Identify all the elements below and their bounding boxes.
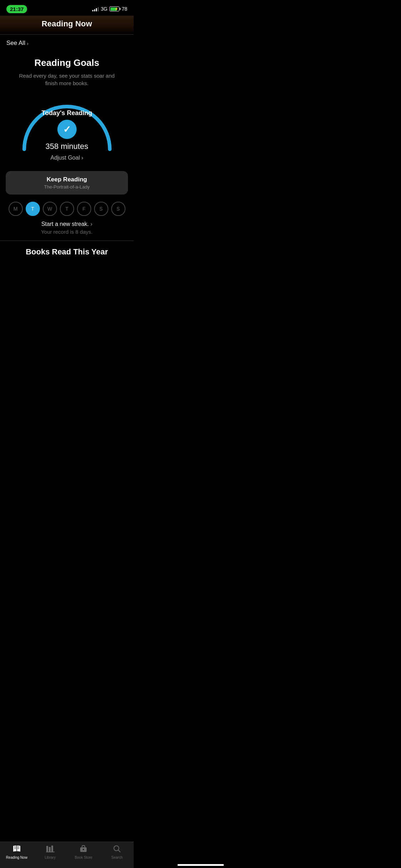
see-all-button[interactable]: See All › <box>6 40 29 47</box>
page-title: Reading Now <box>0 19 134 29</box>
network-label: 3G <box>101 6 108 12</box>
keep-reading-book: The-Portrait-of-a-Lady <box>13 184 121 190</box>
streak-record: Your record is 8 days. <box>6 229 128 235</box>
battery-icon: ⚡ <box>109 6 119 11</box>
keep-reading-button[interactable]: Keep Reading The-Portrait-of-a-Lady <box>6 171 128 195</box>
page-header: Reading Now <box>0 16 134 35</box>
main-content: Reading Now See All › Reading Goals Read… <box>0 16 134 292</box>
streak-chevron-icon: › <box>91 221 92 227</box>
day-wednesday[interactable]: W <box>43 202 57 216</box>
keep-reading-title: Keep Reading <box>13 176 121 183</box>
signal-bars-icon <box>92 7 99 11</box>
status-bar: 21:37 3G ⚡ 78 <box>0 0 134 16</box>
week-days-section: M T W T F S S Start a new streak. › <box>0 202 134 241</box>
day-sunday[interactable]: S <box>111 202 125 216</box>
goals-title: Reading Goals <box>7 57 127 68</box>
goals-subtitle: Read every day, see your stats soar and … <box>17 72 117 87</box>
day-tuesday[interactable]: T <box>26 202 40 216</box>
day-friday[interactable]: F <box>77 202 91 216</box>
adjust-goal-row: Adjust Goal › <box>7 155 127 161</box>
day-monday[interactable]: M <box>9 202 23 216</box>
minutes-display: 358 minutes <box>17 142 117 151</box>
see-all-row: See All › <box>0 35 134 50</box>
books-year-section: Books Read This Year <box>0 241 134 260</box>
days-row: M T W T F S S <box>6 202 128 216</box>
goal-check-circle: ✓ <box>57 120 77 139</box>
status-time: 21:37 <box>6 5 27 13</box>
adjust-goal-button[interactable]: Adjust Goal › <box>50 155 83 161</box>
adjust-goal-chevron-icon: › <box>81 155 83 161</box>
day-thursday[interactable]: T <box>60 202 74 216</box>
gauge-container: Today's Reading ✓ 358 minutes <box>17 94 117 151</box>
see-all-label: See All <box>6 40 25 47</box>
gauge-content: Today's Reading ✓ 358 minutes <box>17 109 117 151</box>
books-year-title: Books Read This Year <box>7 247 127 257</box>
day-saturday[interactable]: S <box>94 202 108 216</box>
reading-goals-section: Reading Goals Read every day, see your s… <box>0 50 134 171</box>
checkmark-icon: ✓ <box>63 124 71 135</box>
todays-reading-label: Today's Reading <box>17 109 117 117</box>
status-right: 3G ⚡ 78 <box>92 6 127 12</box>
streak-text: Start a new streak. › <box>6 221 128 227</box>
battery-percent: 78 <box>122 6 127 12</box>
adjust-goal-label: Adjust Goal <box>50 155 80 161</box>
see-all-chevron-icon: › <box>27 40 29 46</box>
